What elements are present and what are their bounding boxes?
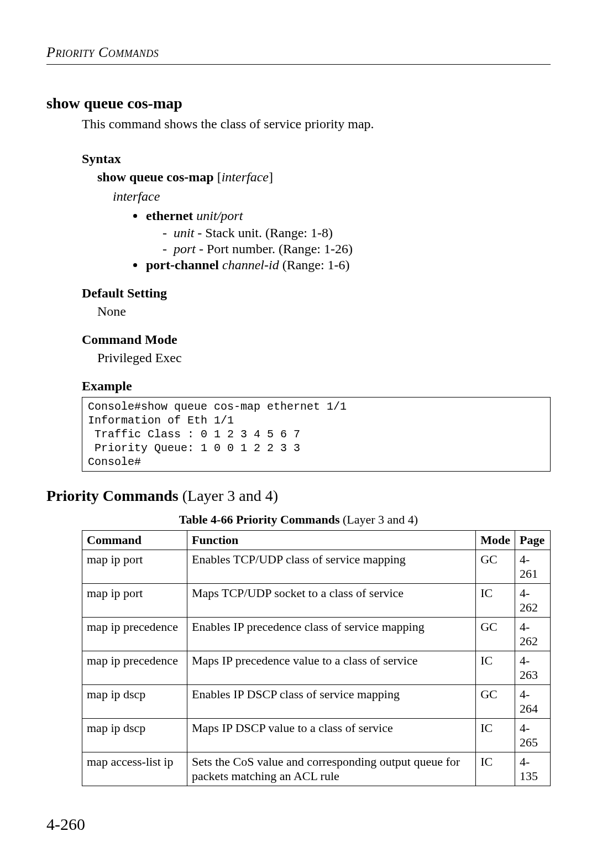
cell-command: map ip port: [82, 550, 187, 584]
ethernet-dash-list: - unit - Stack unit. (Range: 1-8) - port…: [163, 226, 551, 257]
table-header-row: Command Function Mode Page: [82, 531, 551, 550]
port-channel-arg: channel-id: [222, 258, 279, 272]
cell-mode: GC: [476, 685, 515, 719]
cell-page: 4-263: [515, 651, 551, 685]
cell-command: map ip precedence: [82, 618, 187, 651]
table-row: map ip dscp Maps IP DSCP value to a clas…: [82, 719, 551, 752]
command-description: This command shows the class of service …: [82, 117, 551, 132]
table-caption-bold: Table 4-66 Priority Commands: [179, 513, 340, 526]
page-number: 4-260: [46, 815, 85, 834]
table-row: map ip port Enables TCP/UDP class of ser…: [82, 550, 551, 584]
command-mode-value: Privileged Exec: [97, 351, 551, 365]
cell-mode: IC: [476, 719, 515, 752]
ethernet-port-desc: - Port number. (Range: 1-26): [196, 242, 353, 256]
ethernet-unit-desc: - Stack unit. (Range: 1-8): [194, 226, 333, 240]
port-channel-range: (Range: 1-6): [279, 258, 350, 272]
ethernet-port-row: - port - Port number. (Range: 1-26): [163, 242, 551, 257]
port-channel-kw: port-channel: [146, 258, 219, 272]
cell-function: Maps IP precedence value to a class of s…: [187, 651, 476, 685]
cell-function: Enables IP precedence class of service m…: [187, 618, 476, 651]
param-list-wrap: ethernet unit/port - unit - Stack unit. …: [113, 208, 551, 273]
cell-mode: GC: [476, 618, 515, 651]
cell-page: 4-262: [515, 618, 551, 651]
example-code: Console#show queue cos-map ethernet 1/1 …: [82, 397, 551, 472]
cell-function: Sets the CoS value and corresponding out…: [187, 752, 476, 786]
cell-function: Maps IP DSCP value to a class of service: [187, 719, 476, 752]
table-row: map ip precedence Maps IP precedence val…: [82, 651, 551, 685]
table-wrap: Command Function Mode Page map ip port E…: [82, 530, 551, 786]
page: Priority Commands show queue cos-map Thi…: [0, 0, 597, 868]
example-label: Example: [82, 379, 551, 394]
param-ethernet-args: unit/port: [196, 208, 243, 223]
cell-command: map ip port: [82, 584, 187, 618]
cell-page: 4-135: [515, 752, 551, 786]
syntax-keyword: show queue cos-map: [97, 170, 214, 184]
cell-page: 4-261: [515, 550, 551, 584]
cell-command: map ip precedence: [82, 651, 187, 685]
param-port-channel: port-channel channel-id (Range: 1-6): [145, 258, 551, 273]
cell-command: map ip dscp: [82, 685, 187, 719]
syntax-line: show queue cos-map [interface]: [97, 170, 551, 185]
cell-mode: IC: [476, 584, 515, 618]
th-page: Page: [515, 531, 551, 550]
th-function: Function: [187, 531, 476, 550]
table-row: map ip dscp Enables IP DSCP class of ser…: [82, 685, 551, 719]
table-row: map ip port Maps TCP/UDP socket to a cla…: [82, 584, 551, 618]
cell-page: 4-262: [515, 584, 551, 618]
cell-mode: IC: [476, 651, 515, 685]
cell-page: 4-265: [515, 719, 551, 752]
ethernet-unit-row: - unit - Stack unit. (Range: 1-8): [163, 226, 551, 240]
param-ethernet-kw: ethernet: [146, 208, 193, 223]
table-row: map ip precedence Enables IP precedence …: [82, 618, 551, 651]
priority-commands-table: Command Function Mode Page map ip port E…: [82, 530, 551, 786]
cell-mode: IC: [476, 752, 515, 786]
section-heading: Priority Commands (Layer 3 and 4): [46, 487, 551, 505]
param-ethernet: ethernet unit/port - unit - Stack unit. …: [145, 208, 551, 257]
syntax-bracket-close: ]: [269, 170, 273, 184]
cell-function: Maps TCP/UDP socket to a class of servic…: [187, 584, 476, 618]
command-title: show queue cos-map: [46, 95, 551, 112]
th-command: Command: [82, 531, 187, 550]
th-mode: Mode: [476, 531, 515, 550]
param-bullets: ethernet unit/port - unit - Stack unit. …: [113, 208, 551, 273]
cell-command: map access-list ip: [82, 752, 187, 786]
cell-function: Enables IP DSCP class of service mapping: [187, 685, 476, 719]
cell-command: map ip dscp: [82, 719, 187, 752]
section-heading-light: (Layer 3 and 4): [179, 487, 278, 504]
param-interface: interface: [113, 189, 551, 204]
syntax-arg-interface: interface: [222, 170, 269, 184]
running-header: Priority Commands: [46, 44, 551, 65]
table-caption-light: (Layer 3 and 4): [339, 513, 418, 526]
section-heading-bold: Priority Commands: [46, 487, 179, 504]
example-wrap: Console#show queue cos-map ethernet 1/1 …: [82, 397, 551, 472]
ethernet-unit-label: unit: [174, 226, 194, 240]
ethernet-port-label: port: [174, 242, 196, 256]
cell-page: 4-264: [515, 685, 551, 719]
command-mode-label: Command Mode: [82, 332, 551, 347]
default-setting-label: Default Setting: [82, 286, 551, 301]
table-caption: Table 4-66 Priority Commands (Layer 3 an…: [46, 513, 551, 527]
syntax-label: Syntax: [82, 151, 551, 166]
syntax-bracket-open: [: [214, 170, 222, 184]
table-row: map access-list ip Sets the CoS value an…: [82, 752, 551, 786]
cell-function: Enables TCP/UDP class of service mapping: [187, 550, 476, 584]
cell-mode: GC: [476, 550, 515, 584]
default-setting-value: None: [97, 304, 551, 319]
